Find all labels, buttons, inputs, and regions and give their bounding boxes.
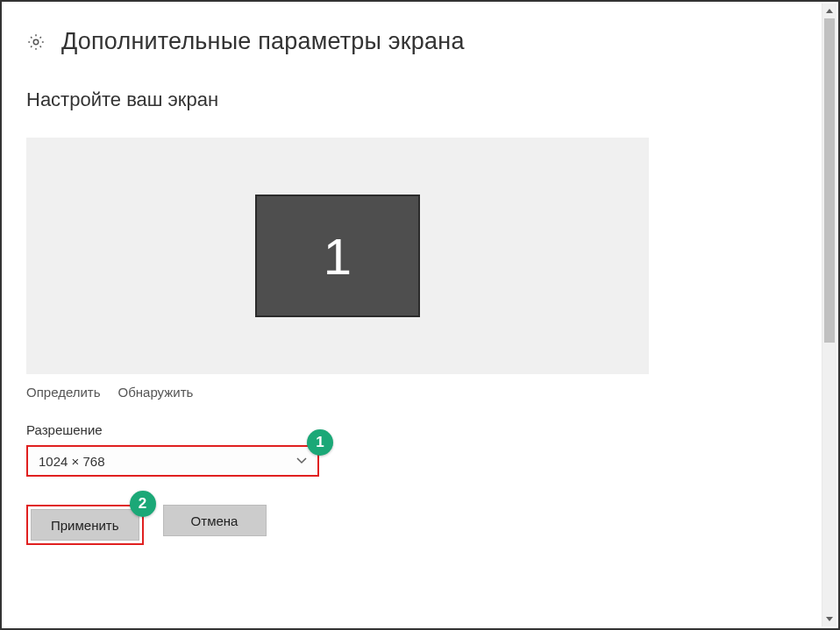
scroll-thumb[interactable] [824,18,835,343]
section-heading: Настройте ваш экран [26,88,814,111]
monitor-number: 1 [324,227,352,286]
callout-badge-1: 1 [307,429,333,456]
monitor-thumbnail[interactable]: 1 [255,195,420,317]
button-row: Применить 2 Отмена [26,505,814,545]
scroll-down-arrow-icon[interactable] [822,612,836,626]
vertical-scrollbar[interactable] [822,4,836,626]
scroll-up-arrow-icon[interactable] [822,4,836,18]
page-header: Дополнительные параметры экрана [26,28,814,55]
apply-button-highlight: Применить 2 [26,505,144,545]
chevron-down-icon [296,455,307,467]
identify-link[interactable]: Определить [26,385,101,400]
resolution-dropdown-wrap: 1024 × 768 1 [26,445,319,477]
apply-button[interactable]: Применить [31,509,139,541]
callout-badge-2: 2 [130,491,156,517]
display-actions-row: Определить Обнаружить [26,385,814,400]
display-preview-area: 1 [26,138,649,374]
gear-icon [26,32,46,52]
detect-link[interactable]: Обнаружить [118,385,194,400]
cancel-button[interactable]: Отмена [163,505,267,536]
resolution-label: Разрешение [26,422,814,437]
page-title: Дополнительные параметры экрана [61,28,465,55]
svg-point-0 [33,39,39,45]
resolution-dropdown[interactable]: 1024 × 768 [26,445,319,477]
resolution-value: 1024 × 768 [39,454,105,469]
